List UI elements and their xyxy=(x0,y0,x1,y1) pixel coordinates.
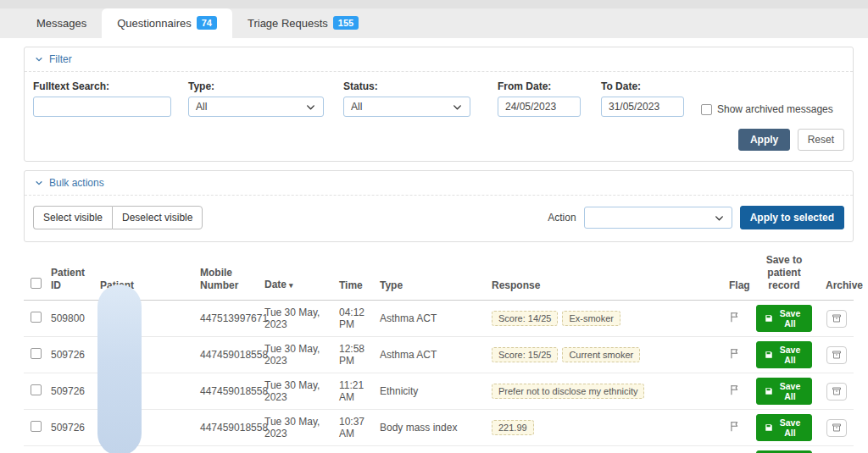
save-icon xyxy=(765,351,773,359)
row-checkbox[interactable] xyxy=(31,421,42,432)
patient-id-cell: 509726 xyxy=(44,373,93,410)
header-time: Time xyxy=(332,251,373,301)
to-date-input[interactable] xyxy=(601,97,684,117)
archive-button[interactable] xyxy=(826,383,847,401)
chevron-down-icon xyxy=(452,102,463,113)
save-icon xyxy=(765,423,773,432)
archive-box-icon xyxy=(832,313,842,323)
filter-panel: Filter Fulltext Search: Type: All Status… xyxy=(24,47,854,162)
archive-button[interactable] xyxy=(826,346,847,364)
archive-box-icon xyxy=(832,350,842,360)
chevron-down-icon xyxy=(305,102,316,113)
action-label: Action xyxy=(548,212,576,224)
filter-panel-header[interactable]: Filter xyxy=(25,47,853,72)
table-body: 509800 447513997671 Tue 30 May, 2023 04:… xyxy=(24,301,854,453)
select-visible-button[interactable]: Select visible xyxy=(33,206,112,229)
patient-cell xyxy=(93,373,193,410)
date-cell: Tue 30 May, 2023 xyxy=(258,446,332,453)
flag-button[interactable] xyxy=(729,420,741,433)
patient-cell xyxy=(93,301,193,337)
time-cell: 11:21 AM xyxy=(332,373,373,410)
archive-button[interactable] xyxy=(826,419,847,437)
row-checkbox[interactable] xyxy=(31,348,42,359)
mobile-number-cell: 447459018558 xyxy=(193,410,258,446)
save-icon xyxy=(765,314,773,323)
status-label: Status: xyxy=(343,80,470,92)
tab-label: Triage Requests xyxy=(248,17,328,30)
response-cell: Score: 14/25Ex-smoker xyxy=(485,301,722,337)
fulltext-search-input[interactable] xyxy=(33,97,171,117)
save-icon xyxy=(765,387,773,395)
tab-questionnaires[interactable]: Questionnaires 74 xyxy=(102,8,232,38)
response-cell: Score: 10/25Ex-smoker xyxy=(485,446,722,453)
response-cell: Score: 15/25Current smoker xyxy=(485,337,722,373)
response-pill: Ex-smoker xyxy=(562,311,620,326)
patient-id-cell: 509726 xyxy=(44,337,93,373)
patient-id-cell: 509800 xyxy=(44,301,93,337)
flag-icon xyxy=(729,347,741,360)
show-archived-checkbox[interactable] xyxy=(701,104,712,115)
tab-bar: Messages Questionnaires 74 Triage Reques… xyxy=(0,0,868,38)
type-cell: Asthma ACT xyxy=(373,337,485,373)
flag-icon xyxy=(729,420,741,433)
save-button-label: Save All xyxy=(776,417,804,438)
response-pill: Score: 15/25 xyxy=(492,347,558,362)
deselect-visible-button[interactable]: Deselect visible xyxy=(112,206,203,229)
results-table: Patient ID Patient Mobile Number Date▾ T… xyxy=(24,251,854,453)
select-all-checkbox[interactable] xyxy=(31,278,42,289)
header-type: Type xyxy=(373,251,485,301)
flag-button[interactable] xyxy=(729,311,741,323)
save-to-record-button[interactable]: ✓ Save All xyxy=(756,305,812,332)
time-cell: 10:24 AM xyxy=(332,446,373,453)
table-header-row: Patient ID Patient Mobile Number Date▾ T… xyxy=(24,251,854,301)
mobile-number-cell: 447459018558 xyxy=(193,446,258,453)
header-date-label: Date xyxy=(264,279,287,290)
apply-button[interactable]: Apply xyxy=(738,129,790,151)
type-select[interactable]: All xyxy=(188,97,324,117)
mobile-number-cell: 447459018558 xyxy=(193,373,258,410)
save-to-record-button[interactable]: ✓ Save All xyxy=(756,378,812,405)
table-row: 509726 447459018558 Tue 30 May, 2023 11:… xyxy=(24,373,854,410)
save-button-label: Save All xyxy=(776,345,804,365)
tab-label: Messages xyxy=(36,17,86,30)
save-to-record-button[interactable]: ✓ Save All xyxy=(756,414,812,441)
type-cell: Ethnicity xyxy=(373,373,485,410)
save-button-label: Save All xyxy=(776,308,804,329)
flag-button[interactable] xyxy=(729,384,741,396)
apply-to-selected-button[interactable]: Apply to selected xyxy=(740,206,844,229)
tab-messages[interactable]: Messages xyxy=(21,9,102,38)
status-select[interactable]: All xyxy=(343,97,470,117)
save-to-record-button[interactable]: ✓ Save All xyxy=(756,341,812,368)
header-archive: Archive xyxy=(819,251,854,301)
time-cell: 04:12 PM xyxy=(332,301,373,337)
show-archived-label: Show archived messages xyxy=(717,103,833,115)
from-date-input[interactable] xyxy=(498,97,581,117)
header-flag: Flag xyxy=(722,251,749,301)
patient-id-cell: 509726 xyxy=(44,410,93,446)
main-content: Filter Fulltext Search: Type: All Status… xyxy=(0,38,868,453)
response-cell: 221.99 xyxy=(485,410,722,446)
tab-triage-requests[interactable]: Triage Requests 155 xyxy=(232,8,374,38)
header-save-to-record: Save to patient record xyxy=(749,251,819,301)
table-row: 509726 447459018558 Tue 30 May, 2023 10:… xyxy=(24,410,854,446)
reset-button[interactable]: Reset xyxy=(798,129,844,151)
type-label: Type: xyxy=(188,80,324,92)
response-pill: Current smoker xyxy=(562,347,640,362)
sort-desc-icon: ▾ xyxy=(289,281,293,290)
header-patient-id: Patient ID xyxy=(44,251,93,301)
flag-icon xyxy=(729,311,741,323)
patient-cell xyxy=(93,337,193,373)
row-checkbox[interactable] xyxy=(31,312,42,323)
bulk-actions-header[interactable]: Bulk actions xyxy=(25,171,853,196)
archive-button[interactable] xyxy=(826,310,847,328)
header-patient: Patient xyxy=(93,251,193,301)
patient-cell xyxy=(93,410,193,446)
action-select[interactable] xyxy=(584,207,732,229)
header-date-sort[interactable]: Date▾ xyxy=(258,251,332,301)
flag-button[interactable] xyxy=(729,347,741,360)
save-button-label: Save All xyxy=(776,381,804,401)
table-row: 444122 447459018558 Tue 30 May, 2023 10:… xyxy=(24,446,854,453)
row-checkbox[interactable] xyxy=(31,384,42,395)
visibility-button-group: Select visible Deselect visible xyxy=(33,206,203,229)
date-cell: Tue 30 May, 2023 xyxy=(258,410,332,446)
